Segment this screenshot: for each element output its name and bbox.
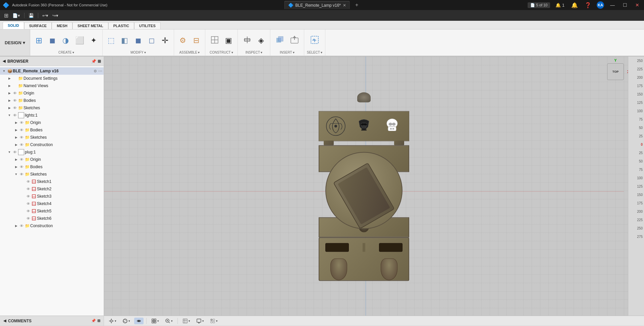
comments-expand-btn[interactable]: ⊞ <box>97 319 100 323</box>
plug-origin-toggle[interactable]: ▶ <box>13 158 19 161</box>
inspect-btn-2[interactable]: ◈ <box>255 36 267 46</box>
revolve-button[interactable]: ◑ <box>60 36 72 46</box>
tree-item-lights[interactable]: ▼ 👁 lights:1 <box>0 112 104 119</box>
origin-1-eye[interactable]: 👁 <box>12 91 17 95</box>
sketch5-eye[interactable]: 👁 <box>25 209 31 213</box>
axis-indicator[interactable]: TOP X Y <box>607 63 624 80</box>
root-ellipsis-icon[interactable]: ⋯ <box>98 69 102 73</box>
axis-cube[interactable]: TOP X Y <box>607 63 624 80</box>
tree-item-plug-construction[interactable]: ▶ 👁 📁 Construction <box>0 222 104 230</box>
tree-item-plug[interactable]: ▼ 👁 plug:1 <box>0 148 104 156</box>
comments-panel[interactable]: ◀ COMMENTS 📌 ⊞ <box>0 316 104 326</box>
lights-construction-eye[interactable]: 👁 <box>19 143 24 147</box>
plug-construction-toggle[interactable]: ▶ <box>13 224 19 227</box>
lights-toggle[interactable]: ▼ <box>7 114 12 117</box>
construct-label[interactable]: CONSTRUCT ▾ <box>210 50 233 54</box>
extrude-button[interactable]: ◼ <box>46 36 58 46</box>
comments-pin-icon[interactable]: 📌 <box>91 319 96 323</box>
tree-root-item[interactable]: ▼ 📦 BLE_Remote_Lamp v16 ⚙ ⋯ <box>0 67 104 75</box>
tree-item-lights-sketches[interactable]: ▶ 👁 📁 Sketches <box>0 134 104 141</box>
box-button[interactable]: ⬜ <box>73 36 86 46</box>
tree-item-sketch5[interactable]: 👁 Sketch5 <box>0 207 104 215</box>
minimize-button[interactable]: — <box>608 2 617 8</box>
design-dropdown[interactable]: DESIGN ▾ <box>0 29 30 56</box>
modify-btn-3[interactable]: ◼ <box>132 36 144 46</box>
tab-solid[interactable]: SOLID <box>3 22 24 29</box>
lights-bodies-eye[interactable]: 👁 <box>19 128 24 132</box>
tree-item-origin-1[interactable]: ▶ 👁 📁 Origin <box>0 89 104 97</box>
orbit-button[interactable]: ▾ <box>120 318 132 324</box>
views-button[interactable]: ▾ <box>208 318 220 324</box>
pan-button[interactable]: ▾ <box>107 318 118 324</box>
bodies-1-toggle[interactable]: ▶ <box>7 99 12 102</box>
new-component-button[interactable]: ⊞ <box>33 35 45 46</box>
tree-item-bodies-1[interactable]: ▶ 👁 📁 Bodies <box>0 97 104 104</box>
notification-count[interactable]: 🔔 1 <box>554 2 566 8</box>
plug-origin-eye[interactable]: 👁 <box>19 157 24 161</box>
tab-mesh[interactable]: MESH <box>52 22 72 29</box>
modify-btn-1[interactable]: ⬚ <box>105 36 117 46</box>
app-menu-button[interactable]: ⊞ <box>3 12 10 19</box>
doc-settings-toggle[interactable]: ▶ <box>7 77 12 80</box>
tree-item-plug-bodies[interactable]: ▶ 👁 📁 Bodies <box>0 163 104 171</box>
root-toggle[interactable]: ▼ <box>1 69 7 73</box>
close-button[interactable]: ✕ <box>633 2 641 8</box>
plug-construction-eye[interactable]: 👁 <box>19 224 24 228</box>
bodies-1-eye[interactable]: 👁 <box>12 99 17 103</box>
named-views-toggle[interactable]: ▶ <box>7 84 12 87</box>
tree-item-plug-sketches[interactable]: ▼ 👁 📁 Sketches <box>0 171 104 178</box>
browser-expand-icon[interactable]: ⊞ <box>98 59 101 64</box>
maximize-button[interactable]: ☐ <box>621 2 629 8</box>
assemble-btn-1[interactable]: ⚙ <box>177 36 189 46</box>
lights-eye[interactable]: 👁 <box>12 113 17 117</box>
comments-expand-icon[interactable]: ◀ <box>3 319 6 323</box>
create-label[interactable]: CREATE ▾ <box>58 50 74 54</box>
tree-item-sketches-1[interactable]: ▶ 👁 📁 Sketches <box>0 104 104 112</box>
origin-1-toggle[interactable]: ▶ <box>7 91 12 95</box>
tree-item-lights-construction[interactable]: ▶ 👁 📁 Construction <box>0 141 104 148</box>
redo-button[interactable]: ↪▾ <box>51 12 60 19</box>
notifications-button[interactable]: 🔔 <box>570 1 579 9</box>
lights-bodies-toggle[interactable]: ▶ <box>13 128 19 132</box>
lights-construction-toggle[interactable]: ▶ <box>13 143 19 146</box>
construct-btn-1[interactable] <box>208 34 221 47</box>
lights-origin-eye[interactable]: 👁 <box>19 121 24 125</box>
undo-button[interactable]: ↩▾ <box>41 12 50 19</box>
root-settings-icon[interactable]: ⚙ <box>94 69 97 73</box>
fit-button[interactable]: ▾ <box>149 318 161 324</box>
lights-sketches-eye[interactable]: 👁 <box>19 135 24 139</box>
plug-bodies-toggle[interactable]: ▶ <box>13 165 19 169</box>
sketch1-eye[interactable]: 👁 <box>25 180 31 184</box>
tab-plastic[interactable]: PLASTIC <box>108 22 134 29</box>
add-tab-button[interactable]: + <box>354 1 360 9</box>
save-button[interactable]: 💾 <box>27 12 35 19</box>
tree-item-sketch2[interactable]: 👁 Sketch2 <box>0 185 104 193</box>
assemble-label[interactable]: ASSEMBLE ▾ <box>179 50 200 54</box>
inspect-label[interactable]: INSPECT ▾ <box>246 50 262 54</box>
canvas-area[interactable]: TOP X Y 250 225 200 175 150 125 100 75 5… <box>104 57 644 326</box>
file-button[interactable]: 📄▾ <box>11 12 21 19</box>
insert-btn-1[interactable] <box>273 34 286 47</box>
lights-origin-toggle[interactable]: ▶ <box>13 121 19 124</box>
tree-item-lights-bodies[interactable]: ▶ 👁 📁 Bodies <box>0 126 104 134</box>
assemble-btn-2[interactable]: ⊟ <box>190 36 202 46</box>
tab-surface[interactable]: SURFACE <box>24 22 52 29</box>
lookat-button[interactable] <box>134 318 144 324</box>
sketch6-eye[interactable]: 👁 <box>25 216 31 220</box>
help-button[interactable]: ❓ <box>583 1 593 9</box>
plug-sketches-toggle[interactable]: ▼ <box>13 173 19 176</box>
lights-sketches-toggle[interactable]: ▶ <box>13 136 19 139</box>
grid-snaps-button[interactable]: ▾ <box>180 318 192 324</box>
doc-tab-close[interactable]: ✕ <box>343 3 346 8</box>
zoom-button[interactable]: ▾ <box>163 318 175 324</box>
user-avatar[interactable]: KA <box>597 1 604 9</box>
sketches-1-toggle[interactable]: ▶ <box>7 106 12 110</box>
insert-label[interactable]: INSERT ▾ <box>280 50 294 54</box>
plug-toggle[interactable]: ▼ <box>7 150 12 154</box>
modify-btn-2[interactable]: ◧ <box>119 36 131 46</box>
tab-utilities[interactable]: UTILITES <box>134 22 161 29</box>
sketch3-eye[interactable]: 👁 <box>25 194 31 198</box>
select-label[interactable]: SELECT ▾ <box>307 50 322 54</box>
inspect-btn-1[interactable] <box>240 34 254 47</box>
plug-eye[interactable]: 👁 <box>12 150 17 154</box>
